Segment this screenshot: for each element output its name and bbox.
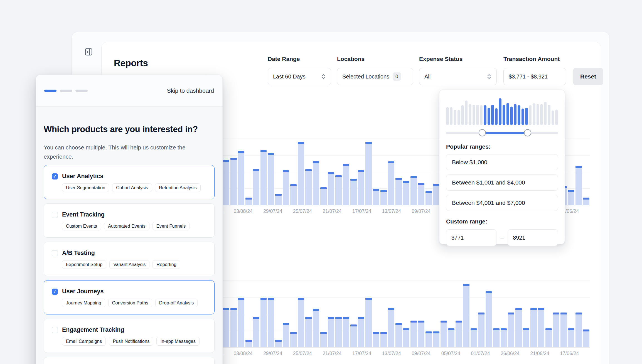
product-name: User Analytics bbox=[62, 173, 104, 180]
bar-cap bbox=[335, 175, 342, 177]
min-amount-input[interactable] bbox=[446, 229, 496, 246]
product-card-event-tracking[interactable]: Event TrackingCustom EventsAutomated Eve… bbox=[44, 203, 215, 238]
product-card-user-analytics[interactable]: ✓User AnalyticsUser SegmentationCohort A… bbox=[44, 165, 215, 199]
slider-handle-min[interactable] bbox=[479, 129, 486, 136]
x-axis-tick-label: 25/07/24 bbox=[293, 351, 312, 356]
expense-status-control[interactable]: All bbox=[419, 68, 497, 85]
popular-range-options: Below $1,000Between $1,001 and $4,000Bet… bbox=[446, 154, 558, 211]
x-axis-tick-label: 17/06/24 bbox=[560, 351, 579, 356]
product-card-engagement-tracking[interactable]: Engagement TrackingEmail CampaignsPush N… bbox=[44, 319, 215, 353]
chevron-up-down-icon bbox=[321, 73, 326, 80]
popular-range-button[interactable]: Between $1,001 and $4,000 bbox=[446, 174, 558, 191]
product-name: User Journeys bbox=[62, 288, 104, 295]
bar bbox=[320, 187, 327, 205]
product-card-a-b-testing[interactable]: A/B TestingExperiment SetupVariant Analy… bbox=[44, 242, 215, 276]
bar bbox=[403, 328, 409, 347]
histogram-bar bbox=[548, 105, 550, 125]
bar-cap bbox=[575, 313, 582, 314]
product-tag: Push Notifications bbox=[109, 337, 153, 346]
histogram-bar-selected bbox=[484, 105, 486, 125]
bar bbox=[403, 181, 409, 205]
product-card-row: ✓User Journeys bbox=[52, 288, 206, 295]
bar bbox=[568, 190, 574, 205]
locations-control[interactable]: Selected Locations0 bbox=[337, 68, 413, 85]
range-separator: – bbox=[496, 235, 508, 241]
bar bbox=[433, 331, 439, 347]
popular-range-button[interactable]: Between $4,001 and $7,000 bbox=[446, 195, 558, 211]
bar bbox=[433, 184, 439, 205]
product-checkbox[interactable] bbox=[52, 212, 58, 218]
histogram-bar bbox=[446, 107, 449, 125]
x-axis-tick-label: 09/07/24 bbox=[412, 351, 431, 356]
max-amount-input[interactable] bbox=[508, 229, 558, 246]
x-axis-tick-label: 03/08/24 bbox=[234, 351, 253, 356]
bar bbox=[253, 169, 259, 205]
reset-button[interactable]: Reset bbox=[573, 68, 603, 85]
sidebar-toggle-button[interactable] bbox=[82, 46, 95, 58]
slider-handle-max[interactable] bbox=[524, 129, 531, 136]
bar bbox=[358, 317, 364, 347]
histogram-bar bbox=[552, 110, 554, 125]
bar-cap bbox=[230, 308, 237, 310]
bar bbox=[373, 189, 379, 205]
product-checkbox[interactable]: ✓ bbox=[52, 173, 58, 179]
bar-cap bbox=[358, 170, 364, 172]
slider-active-range bbox=[482, 132, 527, 134]
bar-cap bbox=[575, 166, 582, 168]
progress-steps bbox=[44, 90, 88, 92]
bar-cap bbox=[335, 317, 342, 319]
histogram-bar bbox=[450, 107, 453, 125]
product-card-partial[interactable] bbox=[44, 357, 215, 364]
bar bbox=[260, 298, 267, 347]
bar bbox=[223, 160, 229, 205]
bar bbox=[320, 332, 327, 347]
bar-cap bbox=[463, 284, 469, 286]
x-axis-tick-label: 05/07/24 bbox=[441, 351, 460, 356]
product-options: ✓User AnalyticsUser SegmentationCohort A… bbox=[44, 165, 215, 353]
bar-cap bbox=[373, 189, 379, 191]
popular-range-button[interactable]: Below $1,000 bbox=[446, 154, 558, 170]
bar-cap bbox=[260, 298, 267, 300]
x-axis-tick-label: 25/07/24 bbox=[293, 208, 312, 214]
bar-cap bbox=[433, 331, 439, 333]
histogram-bar bbox=[555, 110, 558, 125]
skip-to-dashboard-link[interactable]: Skip to dashboard bbox=[167, 87, 214, 94]
product-tag: Automated Events bbox=[104, 222, 149, 230]
product-tag: In-app Messages bbox=[156, 337, 200, 346]
bar bbox=[395, 178, 402, 205]
bar-cap bbox=[515, 308, 522, 310]
x-axis-tick-label: 01/07/24 bbox=[471, 351, 490, 356]
bar-cap bbox=[403, 328, 409, 330]
product-tag: Event Funnels bbox=[152, 222, 190, 230]
product-card-row: Engagement Tracking bbox=[52, 326, 206, 333]
bar-cap bbox=[245, 198, 252, 200]
bar bbox=[223, 308, 229, 347]
transaction-amount-control[interactable]: $3,771 - $8,921 bbox=[503, 68, 566, 85]
bar bbox=[343, 317, 349, 347]
amount-range-slider[interactable] bbox=[446, 129, 558, 137]
bar bbox=[568, 328, 574, 347]
bar bbox=[553, 313, 559, 347]
histogram-bar-selected bbox=[495, 108, 498, 125]
product-card-row: A/B Testing bbox=[52, 250, 206, 257]
bar bbox=[328, 317, 334, 347]
histogram-bar bbox=[461, 105, 464, 125]
product-checkbox[interactable] bbox=[52, 327, 58, 333]
histogram-bar bbox=[480, 105, 483, 125]
bar bbox=[365, 142, 372, 205]
product-checkbox[interactable] bbox=[52, 250, 58, 256]
bar-cap bbox=[328, 317, 334, 319]
bar-cap bbox=[365, 142, 372, 144]
filter-value: Last 60 Days bbox=[273, 73, 306, 80]
bar-cap bbox=[410, 176, 417, 178]
date-range-control[interactable]: Last 60 Days bbox=[268, 68, 331, 85]
custom-range-row: – bbox=[446, 229, 558, 246]
bar bbox=[530, 308, 537, 347]
product-checkbox[interactable]: ✓ bbox=[52, 289, 58, 295]
bar-cap bbox=[365, 298, 372, 300]
bar bbox=[380, 332, 387, 347]
product-card-user-journeys[interactable]: ✓User JourneysJourney MappingConversion … bbox=[44, 280, 215, 314]
bar bbox=[283, 323, 289, 347]
bar-cap bbox=[560, 313, 567, 314]
bar-cap bbox=[403, 181, 409, 183]
